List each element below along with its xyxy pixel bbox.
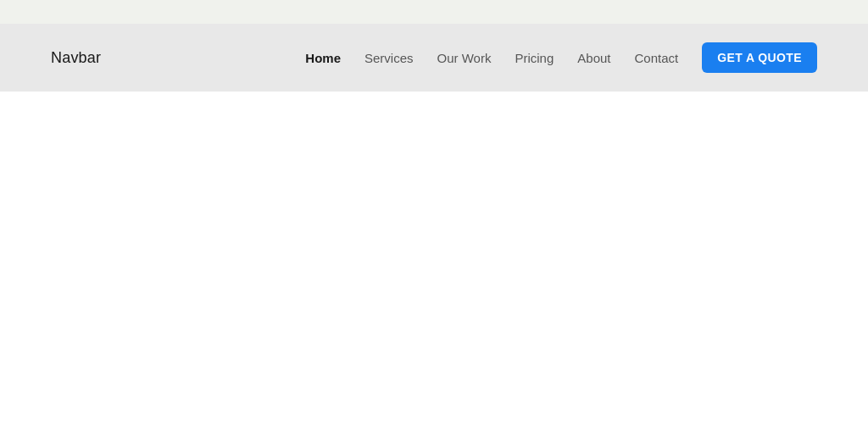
nav-item-pricing[interactable]: Pricing	[515, 51, 554, 65]
navbar-nav: Home Services Our Work Pricing About Con…	[305, 51, 678, 65]
nav-item-services[interactable]: Services	[364, 51, 414, 65]
nav-item-contact[interactable]: Contact	[634, 51, 678, 65]
get-quote-button[interactable]: GET A QUOTE	[702, 42, 817, 73]
navbar: Navbar Home Services Our Work Pricing Ab…	[0, 24, 868, 92]
nav-item-our-work[interactable]: Our Work	[437, 51, 492, 65]
main-content	[0, 92, 868, 444]
nav-item-home[interactable]: Home	[305, 51, 341, 65]
top-bar	[0, 0, 868, 24]
nav-item-about[interactable]: About	[577, 51, 610, 65]
navbar-brand: Navbar	[51, 49, 101, 67]
